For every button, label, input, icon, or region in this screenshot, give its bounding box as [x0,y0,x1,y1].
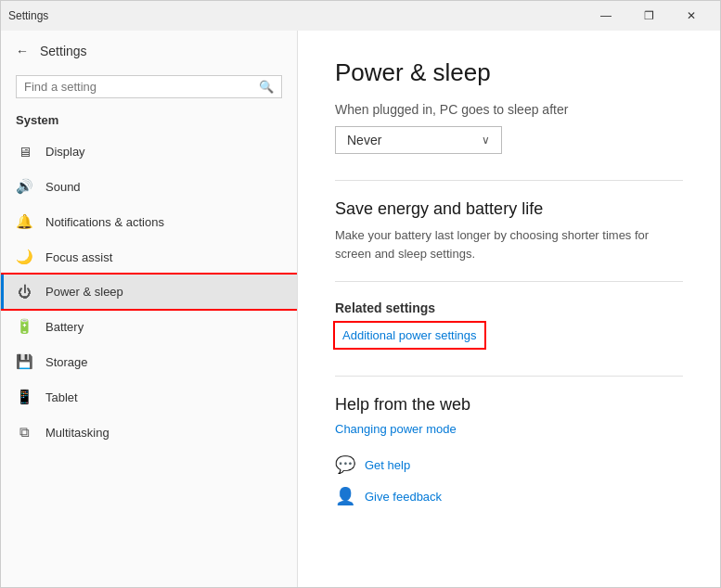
battery-icon: 🔋 [16,318,32,335]
sidebar-item-power[interactable]: ⏻ Power & sleep [1,275,297,309]
sidebar-header: ← Settings [1,31,297,71]
give-feedback-icon: 👤 [335,486,355,506]
sidebar-item-label: Notifications & actions [45,215,164,229]
back-button[interactable]: ← [16,44,29,58]
related-settings-label: Related settings [335,300,683,315]
sidebar-item-display[interactable]: 🖥 Display [1,134,297,169]
page-title: Power & sleep [335,58,683,87]
titlebar-left: Settings [8,9,48,22]
divider [335,180,683,181]
search-input[interactable] [24,80,259,94]
maximize-button[interactable]: ❐ [627,1,670,31]
sidebar-item-focus[interactable]: 🌙 Focus assist [1,239,297,275]
sidebar-item-label: Multitasking [45,426,109,440]
sleep-dropdown[interactable]: Never ∨ [335,126,502,154]
storage-icon: 💾 [16,353,32,370]
content-area: ← Settings 🔍 System 🖥 Display 🔊 Sound 🔔 … [1,31,720,587]
dropdown-value: Never [347,133,482,147]
chevron-down-icon: ∨ [482,134,490,147]
give-feedback-label[interactable]: Give feedback [365,490,442,504]
additional-power-settings-link[interactable]: Additional power settings [335,323,484,348]
sidebar-item-notifications[interactable]: 🔔 Notifications & actions [1,204,297,239]
save-energy-heading: Save energy and battery life [335,199,683,219]
settings-window: Settings — ❐ ✕ ← Settings 🔍 System 🖥 Dis… [0,0,721,588]
titlebar-controls: — ❐ ✕ [585,1,713,31]
help-from-web-heading: Help from the web [335,395,683,415]
changing-power-mode-link[interactable]: Changing power mode [335,422,683,436]
multitasking-icon: ⧉ [16,424,32,441]
main-content: Power & sleep When plugged in, PC goes t… [298,31,720,587]
sidebar: ← Settings 🔍 System 🖥 Display 🔊 Sound 🔔 … [1,31,298,587]
get-help-item[interactable]: 💬 Get help [335,454,683,475]
titlebar-title: Settings [8,9,48,22]
divider3 [335,376,683,377]
sound-icon: 🔊 [16,178,32,195]
give-feedback-item[interactable]: 👤 Give feedback [335,486,683,506]
sidebar-item-storage[interactable]: 💾 Storage [1,344,297,379]
plugged-in-label: When plugged in, PC goes to sleep after [335,102,683,117]
sidebar-item-label: Focus assist [45,250,112,264]
sidebar-item-label: Sound [45,180,81,194]
sidebar-item-tablet[interactable]: 📱 Tablet [1,379,297,415]
sidebar-item-label: Battery [45,320,84,334]
close-button[interactable]: ✕ [670,1,713,31]
power-icon: ⏻ [16,284,32,300]
sidebar-item-label: Power & sleep [45,285,123,299]
focus-icon: 🌙 [16,249,32,265]
get-help-label[interactable]: Get help [365,458,410,472]
save-energy-desc: Make your battery last longer by choosin… [335,226,683,262]
sidebar-app-title: Settings [40,44,87,58]
search-icon[interactable]: 🔍 [259,80,274,94]
titlebar: Settings — ❐ ✕ [1,1,720,31]
notifications-icon: 🔔 [16,213,32,230]
sidebar-item-sound[interactable]: 🔊 Sound [1,169,297,204]
tablet-icon: 📱 [16,389,32,405]
minimize-button[interactable]: — [585,1,627,31]
sidebar-item-label: Display [45,145,85,159]
display-icon: 🖥 [16,144,32,160]
sidebar-section-label: System [1,109,297,134]
get-help-icon: 💬 [335,454,355,475]
search-box[interactable]: 🔍 [16,75,282,98]
sidebar-item-battery[interactable]: 🔋 Battery [1,309,297,344]
sidebar-item-label: Tablet [45,390,78,404]
sidebar-item-multitasking[interactable]: ⧉ Multitasking [1,415,297,450]
divider2 [335,281,683,282]
sidebar-item-label: Storage [45,355,88,369]
